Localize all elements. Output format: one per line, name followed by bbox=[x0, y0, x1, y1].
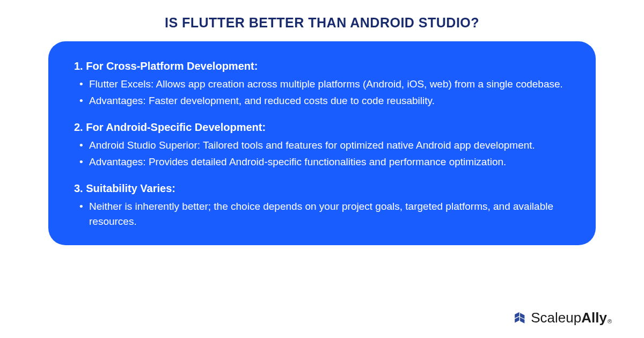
section-heading: 3. Suitability Varies: bbox=[74, 181, 570, 196]
bullet-list: Neither is inherently better; the choice… bbox=[74, 199, 570, 229]
bullet-list: Flutter Excels: Allows app creation acro… bbox=[74, 77, 570, 108]
content-card: 1. For Cross-Platform Development: Flutt… bbox=[48, 41, 596, 245]
brand-name-part2: Ally bbox=[581, 310, 607, 326]
list-item: Flutter Excels: Allows app creation acro… bbox=[89, 77, 570, 92]
list-item: Advantages: Provides detailed Android-sp… bbox=[89, 155, 570, 170]
brand-logo: ScaleupAlly® bbox=[513, 310, 612, 326]
section-heading: 2. For Android-Specific Development: bbox=[74, 120, 570, 135]
brand-name: ScaleupAlly® bbox=[531, 310, 612, 326]
section-android-specific: 2. For Android-Specific Development: And… bbox=[74, 120, 570, 169]
section-suitability: 3. Suitability Varies: Neither is inhere… bbox=[74, 181, 570, 229]
list-item: Advantages: Faster development, and redu… bbox=[89, 93, 570, 108]
registered-mark: ® bbox=[608, 318, 612, 325]
section-heading: 1. For Cross-Platform Development: bbox=[74, 58, 570, 74]
brand-icon bbox=[513, 311, 528, 326]
section-cross-platform: 1. For Cross-Platform Development: Flutt… bbox=[74, 58, 570, 108]
brand-name-part1: Scaleup bbox=[531, 310, 581, 326]
page-title: IS FLUTTER BETTER THAN ANDROID STUDIO? bbox=[0, 0, 644, 41]
list-item: Android Studio Superior: Tailored tools … bbox=[89, 138, 570, 153]
list-item: Neither is inherently better; the choice… bbox=[89, 199, 570, 229]
bullet-list: Android Studio Superior: Tailored tools … bbox=[74, 138, 570, 169]
